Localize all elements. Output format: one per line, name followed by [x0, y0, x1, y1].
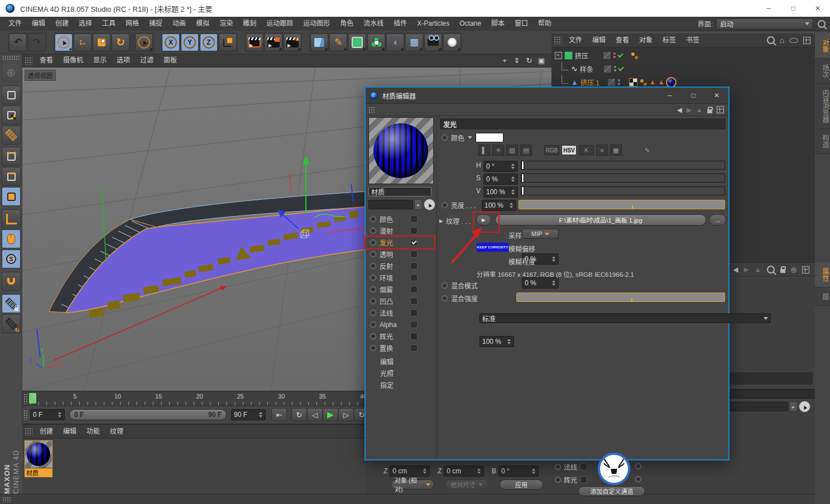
channel-row[interactable]: 凹凸 — [366, 295, 434, 307]
drag-handle[interactable] — [2, 497, 11, 502]
drag-handle[interactable] — [23, 410, 28, 420]
dialog-minimize-button[interactable]: ─ — [658, 88, 682, 103]
spinner[interactable] — [510, 161, 515, 171]
snap-3d-button[interactable]: S — [2, 249, 21, 268]
viewport-menu-item[interactable]: 摄像机 — [58, 56, 88, 64]
material-tag-icon[interactable] — [667, 78, 675, 87]
points-mode-button[interactable] — [2, 147, 21, 166]
loop-button[interactable]: ↻ — [291, 408, 307, 421]
model-mode-button[interactable] — [2, 85, 21, 104]
lock-workplane-button[interactable] — [2, 294, 21, 313]
channel-row[interactable]: 置换 — [366, 342, 434, 354]
drag-handle[interactable] — [554, 36, 562, 44]
channel-checkbox[interactable] — [410, 286, 418, 293]
image-picker-icon[interactable]: ▤ — [520, 145, 532, 156]
add-light-button[interactable] — [443, 33, 461, 51]
enable-snap-button[interactable] — [2, 272, 21, 291]
object-row[interactable]: 挤压 — [555, 49, 638, 61]
add-cloner-button[interactable] — [367, 33, 385, 51]
object-label[interactable]: 样条 — [580, 64, 593, 74]
spinner[interactable] — [531, 466, 536, 476]
hsv-gradient-bar[interactable] — [521, 174, 725, 183]
hsv-value-field[interactable]: 0 ° — [483, 161, 518, 172]
menu-item[interactable]: 动画 — [167, 20, 191, 27]
blend-strength-field[interactable]: 100 % — [479, 336, 514, 347]
spinner[interactable] — [258, 410, 263, 420]
undo-button[interactable]: ↶ — [9, 33, 27, 51]
enable-axis-button[interactable] — [2, 209, 21, 228]
pick-object-button[interactable]: ▲ — [799, 401, 810, 412]
hsv-value-field[interactable]: 0 % — [483, 174, 518, 185]
object-menu-item[interactable]: 编辑 — [587, 36, 611, 44]
align-tag-icon[interactable]: ▲ — [649, 79, 656, 85]
object-label[interactable]: 挤压.1 — [580, 78, 599, 87]
current-frame-field[interactable]: 0 F — [30, 409, 65, 420]
lock-x-axis-button[interactable]: X — [162, 33, 180, 51]
object-menu-item[interactable]: 标签 — [658, 36, 681, 44]
lock-icon[interactable] — [780, 269, 785, 273]
menu-item[interactable]: 网格 — [121, 20, 144, 27]
spinner[interactable] — [551, 254, 556, 264]
swatches-icon[interactable]: ▦ — [610, 145, 622, 156]
material-preview[interactable] — [368, 117, 434, 184]
material-name-field[interactable]: 材质 — [368, 187, 431, 196]
polygons-mode-button[interactable] — [2, 187, 21, 206]
chevron-down-icon[interactable] — [468, 136, 472, 141]
channel-radio[interactable] — [370, 251, 376, 257]
menu-item[interactable]: 运动图形 — [298, 20, 335, 27]
spinner[interactable] — [510, 187, 515, 197]
add-camera-button[interactable] — [424, 33, 442, 51]
hsv-gradient-bar[interactable] — [521, 186, 725, 195]
back-icon[interactable]: ◀ — [677, 106, 682, 114]
rotate-view-icon[interactable]: ↻ — [525, 56, 534, 65]
channel-checkbox[interactable] — [410, 344, 418, 352]
viewport-menu-item[interactable]: 过滤 — [135, 56, 159, 64]
pick-button[interactable]: ▲ — [424, 199, 435, 210]
menu-item[interactable]: 帮助 — [533, 20, 556, 27]
channel-checkbox[interactable] — [580, 463, 587, 471]
add-icon[interactable] — [802, 266, 809, 273]
forward-icon[interactable]: ▶ — [687, 106, 692, 114]
align-tag-icon[interactable]: ▲ — [658, 79, 665, 85]
spinner[interactable] — [57, 410, 62, 420]
menu-item[interactable]: 插件 — [388, 20, 412, 27]
object-row[interactable]: ∿ 样条 — [562, 63, 623, 75]
spectrum-icon[interactable]: ▧ — [506, 145, 518, 156]
texture-tag-icon[interactable] — [629, 78, 637, 87]
add-spline-button[interactable]: ✎ — [329, 33, 347, 51]
expand-button[interactable]: ▸ — [789, 401, 798, 412]
spinner[interactable] — [510, 174, 515, 184]
visibility-dots-icon[interactable] — [614, 66, 616, 71]
panel-tab[interactable]: 层 — [815, 287, 830, 306]
pointer-icon[interactable]: ▲ — [755, 266, 761, 273]
channel-extra-item[interactable]: 光照 — [366, 367, 434, 379]
menu-item[interactable]: 角色 — [335, 20, 358, 27]
channel-checkbox[interactable] — [410, 297, 418, 305]
coordinate-mode-dropdown[interactable]: 对象 (相对) — [391, 479, 434, 489]
channel-row[interactable]: 发光 — [366, 237, 434, 248]
menu-item[interactable]: Octane — [454, 20, 486, 27]
channel-radio[interactable] — [370, 310, 376, 316]
move-button[interactable]: ↔↔ — [74, 33, 92, 51]
lock-y-axis-button[interactable]: Y — [181, 33, 199, 51]
rgb-mode-button[interactable]: RGB — [544, 145, 559, 155]
workplane-mode-button[interactable] — [2, 126, 21, 145]
visibility-dots-icon[interactable] — [613, 52, 616, 58]
close-button[interactable]: ✕ — [805, 0, 830, 17]
color-swatch[interactable] — [476, 133, 503, 142]
object-menu-item[interactable]: 文件 — [564, 36, 587, 44]
drag-handle[interactable] — [23, 393, 28, 404]
menu-item[interactable]: 流水线 — [358, 20, 388, 27]
texture-mode-button[interactable] — [2, 105, 21, 124]
channel-checkbox[interactable] — [410, 251, 418, 258]
menu-item[interactable]: 渲染 — [214, 20, 238, 27]
channel-row[interactable]: Alpha — [366, 319, 434, 330]
end-frame-field[interactable]: 90 F — [231, 409, 266, 420]
enabled-check-icon[interactable] — [617, 51, 623, 57]
panel-tab[interactable]: 对象 — [815, 33, 830, 59]
channel-checkbox[interactable] — [410, 215, 418, 223]
channel-radio[interactable] — [635, 463, 641, 469]
material-menu-item[interactable]: 功能 — [81, 428, 105, 435]
channel-radio[interactable] — [370, 298, 376, 304]
go-to-start-button[interactable]: ⇤ — [271, 408, 287, 421]
